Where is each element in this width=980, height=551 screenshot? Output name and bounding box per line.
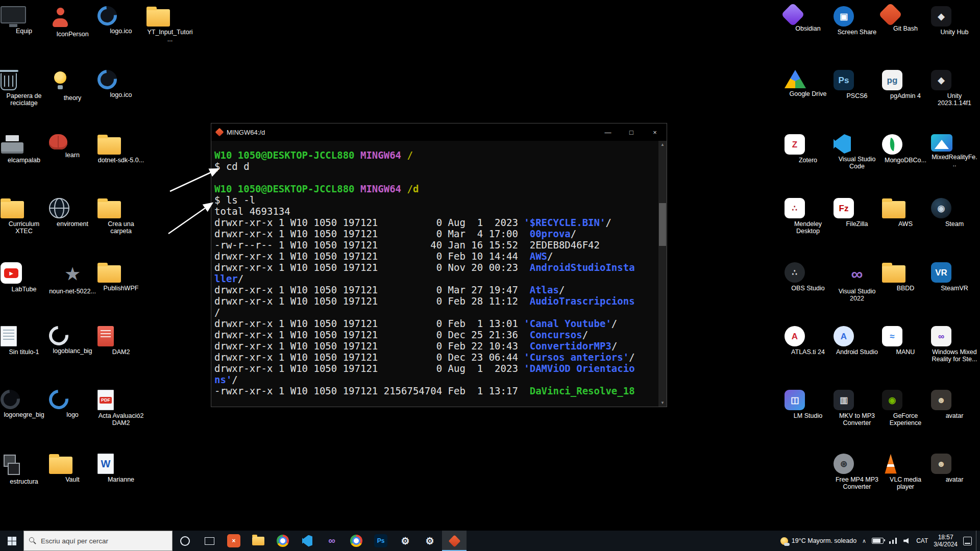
desktop-icon-pgadmin4[interactable]: pgpgAdmin 4 <box>882 70 929 99</box>
taskbar-git-bash[interactable] <box>442 531 467 551</box>
desktop-icon-dam2[interactable]: DAM2 <box>97 326 144 356</box>
taskbar-photoshop[interactable]: Ps <box>369 531 393 551</box>
equip-icon <box>1 6 26 23</box>
scroll-up-arrow[interactable]: ▲ <box>658 141 667 148</box>
desktop-icon-vault[interactable]: Vault <box>49 454 96 483</box>
taskbar-chrome[interactable] <box>271 531 295 551</box>
desktop-icon-mendeley[interactable]: ∴Mendeley Desktop <box>785 198 831 235</box>
terminal-output[interactable]: W10 1050@DESKTOP-JCCL880 MINGW64 /$ cd d… <box>211 141 658 407</box>
desktop-icon-unity-2023[interactable]: ◆Unity 2023.1.14f1 <box>931 70 978 107</box>
desktop-icon-mixedreality-feature-tool[interactable]: MixedRealityFe... <box>931 134 978 168</box>
chrome-2-icon <box>350 535 362 547</box>
desktop-icon-logonegre-big[interactable]: logonegre_big <box>1 390 47 418</box>
desktop-icon-logoblanc-big[interactable]: logoblanc_big <box>49 326 96 355</box>
desktop-icon-steamvr[interactable]: VRSteamVR <box>931 262 978 292</box>
desktop-icon-theory[interactable]: theory <box>49 70 96 102</box>
task-view-icon <box>205 537 214 545</box>
desktop-icon-avatar-1[interactable]: ☻avatar <box>931 390 978 419</box>
taskbar-task-view[interactable] <box>197 531 222 551</box>
action-center-icon[interactable] <box>963 537 972 545</box>
desktop-icon-git-bash-desktop[interactable]: Git Bash <box>882 6 929 32</box>
start-button[interactable] <box>0 531 23 551</box>
clock[interactable]: 18:57 3/4/2024 <box>934 534 958 548</box>
desktop-icon-enviroment[interactable]: enviroment <box>49 198 96 228</box>
battery-icon[interactable] <box>872 538 884 544</box>
desktop-icon-acta-avaluacio2-dam2[interactable]: PDFActa Avaluació2 DAM2 <box>97 390 144 427</box>
terminal-titlebar[interactable]: MINGW64:/d — □ × <box>211 123 667 141</box>
desktop-icon-noun-net[interactable]: ★noun-net-5022... <box>49 262 96 295</box>
desktop-icon-obsidian[interactable]: Obsidian <box>785 6 831 32</box>
desktop-icon-marianne[interactable]: WMarianne <box>97 454 144 483</box>
desktop-icon-label: Marianne <box>97 476 144 483</box>
desktop-icon-aws[interactable]: AWS <box>882 198 929 228</box>
desktop-icon-yt-input-tutorial[interactable]: YT_Input_Tutori... <box>146 6 193 43</box>
desktop-icon-filezilla[interactable]: FzFileZilla <box>834 198 880 228</box>
close-button[interactable]: × <box>643 123 667 141</box>
visual-studio-icon: ∞ <box>328 535 335 546</box>
desktop-icon-logo-ico-2[interactable]: logo.ico <box>97 70 144 98</box>
tray-expand-chevron-icon[interactable]: ∧ <box>862 538 866 544</box>
desktop-icon-avatar-2[interactable]: ☻avatar <box>931 454 978 483</box>
taskbar-settings-2[interactable]: ⚙ <box>418 531 442 551</box>
desktop-icon-android-studio[interactable]: AAndroid Studio <box>834 326 880 356</box>
desktop-icon-visual-studio-2022[interactable]: ∞Visual Studio 2022 <box>834 262 880 302</box>
minimize-button[interactable]: — <box>596 123 620 141</box>
desktop-icon-icon-person[interactable]: IconPerson <box>49 6 96 38</box>
keyboard-language[interactable]: CAT <box>916 537 928 544</box>
scrollbar-thumb[interactable] <box>659 203 666 246</box>
weather-widget[interactable]: 19°C Mayorm. soleado <box>780 537 856 545</box>
taskbar-orange-x-app[interactable]: × <box>222 531 246 551</box>
taskbar-file-explorer[interactable] <box>246 531 271 551</box>
desktop-icon-pscs6[interactable]: PsPSCS6 <box>834 70 880 99</box>
desktop-icon-logo-ico-1[interactable]: logo.ico <box>97 6 144 35</box>
desktop-icon-free-mp4-mp3[interactable]: ⊛Free MP4 MP3 Converter <box>834 454 880 490</box>
desktop-icon-mkv-to-mp3[interactable]: ▥MKV to MP3 Converter <box>834 390 880 427</box>
desktop-icon-windows-mixed-reality[interactable]: ∞Windows Mixed Reality for Ste... <box>931 326 978 363</box>
desktop-icon-geforce-experience[interactable]: ◉GeForce Experience <box>882 390 929 427</box>
show-desktop-button[interactable] <box>976 531 980 551</box>
desktop-icon-labtube[interactable]: LabTube <box>1 262 47 293</box>
settings-2-icon: ⚙ <box>425 535 434 547</box>
taskbar-vscode[interactable] <box>295 531 320 551</box>
desktop-icon-equip[interactable]: Equip <box>1 6 47 35</box>
desktop-icon-obs-studio[interactable]: ∴OBS Studio <box>785 262 831 292</box>
desktop-icon-learn[interactable]: learn <box>49 134 96 159</box>
scroll-down-arrow[interactable]: ▼ <box>658 399 667 407</box>
learn-icon <box>49 134 67 149</box>
desktop-icon-mongodb-compass[interactable]: MongoDBCo... <box>882 134 929 164</box>
desktop-icon-recycle-bin[interactable]: Paperera de reciclatge <box>1 70 47 107</box>
desktop-icon-zotero[interactable]: ZZotero <box>785 134 831 164</box>
desktop-icon-publishwpf[interactable]: PublishWPF <box>97 262 144 292</box>
mingw-icon <box>215 128 224 137</box>
desktop-icon-sin-titulo-1[interactable]: Sin titulo-1 <box>1 326 47 356</box>
desktop-icon-lm-studio[interactable]: ◫LM Studio <box>785 390 831 419</box>
taskbar-search[interactable]: Escriu aquí per cercar <box>23 531 173 551</box>
desktop-icon-unity-hub[interactable]: ◆Unity Hub <box>931 6 978 36</box>
terminal-scrollbar[interactable]: ▲ ▼ <box>658 141 667 407</box>
desktop-icon-vlc[interactable]: VLC media player <box>882 454 929 490</box>
desktop-icon-curriculum-xtec[interactable]: Curriculum XTEC <box>1 198 47 235</box>
taskbar-chrome-2[interactable] <box>344 531 369 551</box>
volume-icon[interactable] <box>903 538 911 544</box>
desktop-icon-bbdd[interactable]: BBDD <box>882 262 929 292</box>
desktop-icon-screen-share[interactable]: ▣Screen Share <box>834 6 880 36</box>
maximize-button[interactable]: □ <box>620 123 643 141</box>
desktop-icon-atlas-ti-24[interactable]: AATLAS.ti 24 <box>785 326 831 356</box>
terminal-line: -rw-r--r-- 1 W10 1050 197121 40 Jan 16 1… <box>214 239 657 251</box>
vlc-icon <box>882 454 899 474</box>
taskbar-visual-studio[interactable]: ∞ <box>320 531 344 551</box>
network-icon[interactable] <box>889 538 898 544</box>
desktop-icon-steam[interactable]: ◉Steam <box>931 198 978 228</box>
desktop-icon-elcampalab[interactable]: elcampalab <box>1 134 47 164</box>
unity-2023-icon: ◆ <box>931 70 951 90</box>
labtube-icon <box>1 262 22 284</box>
desktop-icon-vscode-desktop[interactable]: Visual Studio Code <box>834 134 880 170</box>
desktop-icon-logo[interactable]: logo <box>49 390 96 418</box>
desktop-icon-dotnet-sdk[interactable]: dotnet-sdk-5.0... <box>97 134 144 164</box>
desktop-icon-google-drive[interactable]: Google Drive <box>785 70 831 97</box>
desktop-icon-crea-una-carpeta[interactable]: Crea una carpeta <box>97 198 144 235</box>
desktop-icon-estructura[interactable]: estructura <box>1 454 47 485</box>
taskbar-settings[interactable]: ⚙ <box>393 531 418 551</box>
taskbar-cortana[interactable] <box>173 531 197 551</box>
desktop-icon-manu[interactable]: ≈MANU <box>882 326 929 356</box>
